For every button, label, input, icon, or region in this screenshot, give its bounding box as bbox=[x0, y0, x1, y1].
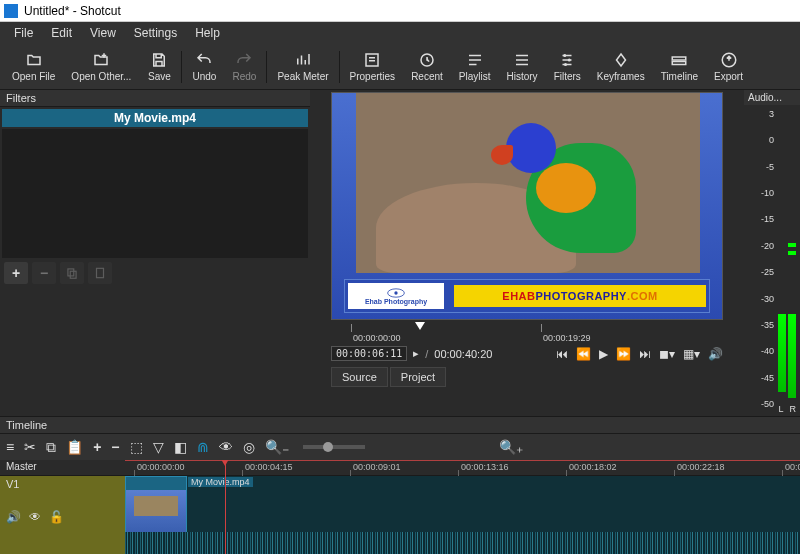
tl-overwrite-icon[interactable]: ⬚ bbox=[130, 439, 143, 455]
track-name: V1 bbox=[6, 478, 19, 490]
timeline-ruler-label: 00:00:22:18 bbox=[677, 462, 725, 472]
remove-filter-button[interactable]: − bbox=[32, 262, 56, 284]
svg-point-12 bbox=[394, 291, 397, 294]
playlist-button[interactable]: Playlist bbox=[451, 45, 499, 89]
track-row-v1[interactable]: My Movie.mp4 bbox=[125, 476, 800, 554]
tl-copy-icon[interactable]: ⧉ bbox=[46, 439, 56, 456]
timeline-panel: Timeline ≡ ✂ ⧉ 📋 + − ⬚ ▽ ◧ ⋒ 👁 ◎ 🔍₋ 🔍₊ M… bbox=[0, 416, 800, 554]
recent-button[interactable]: Recent bbox=[403, 45, 451, 89]
audio-channel-r: R bbox=[790, 404, 797, 414]
audio-meter-l bbox=[778, 314, 786, 392]
main-toolbar: Open File Open Other... Save Undo Redo P… bbox=[0, 44, 800, 90]
filters-selected-clip[interactable]: My Movie.mp4 bbox=[2, 109, 308, 127]
tl-remove-icon[interactable]: − bbox=[111, 439, 119, 455]
tl-menu-icon[interactable]: ≡ bbox=[6, 439, 14, 455]
tl-ripple-icon[interactable]: ◎ bbox=[243, 439, 255, 455]
grid-icon[interactable]: ▦▾ bbox=[683, 347, 700, 361]
tl-zoom-out-icon[interactable]: 🔍₋ bbox=[265, 439, 289, 455]
tl-zoom-in-icon[interactable]: 🔍₊ bbox=[499, 439, 523, 455]
transport-bar: 00:00:06:11 ▸ / 00:00:40:20 ⏮ ⏪ ▶ ⏩ ⏭ ◼▾… bbox=[331, 346, 723, 361]
filters-list[interactable] bbox=[2, 129, 308, 258]
timeline-tracks[interactable]: 00:00:00:0000:00:04:1500:00:09:0100:00:1… bbox=[125, 460, 800, 554]
track-head-v1[interactable]: V1 🔊 👁 🔓 bbox=[0, 476, 125, 554]
audio-header: Audio... bbox=[744, 90, 800, 105]
clip-my-movie[interactable]: My Movie.mp4 bbox=[125, 476, 187, 532]
tl-cut-icon[interactable]: ✂ bbox=[24, 439, 36, 455]
timeline-header: Timeline bbox=[0, 416, 800, 434]
forward-icon[interactable]: ⏩ bbox=[616, 347, 631, 361]
tab-source[interactable]: Source bbox=[331, 367, 388, 387]
audio-level-label: 0 bbox=[769, 135, 774, 145]
preview-ruler[interactable]: 00:00:00:00 00:00:19:29 bbox=[331, 324, 723, 344]
audio-level-label: -35 bbox=[761, 320, 774, 330]
timeline-ruler-label: 00:00:18:02 bbox=[569, 462, 617, 472]
copy-filter-button[interactable] bbox=[60, 262, 84, 284]
track-hide-icon[interactable]: 👁 bbox=[29, 510, 41, 524]
tl-snap-icon[interactable]: ⋒ bbox=[197, 439, 209, 455]
undo-button[interactable]: Undo bbox=[184, 45, 224, 89]
audio-level-label: -10 bbox=[761, 188, 774, 198]
save-button[interactable]: Save bbox=[139, 45, 179, 89]
tab-project[interactable]: Project bbox=[390, 367, 446, 387]
preview-canvas[interactable]: Ehab Photography EHABPHOTOGRAPHY.COM bbox=[331, 92, 723, 320]
clip-name: My Movie.mp4 bbox=[188, 477, 253, 487]
svg-rect-5 bbox=[673, 57, 687, 60]
redo-button[interactable]: Redo bbox=[224, 45, 264, 89]
preview-panel: Ehab Photography EHABPHOTOGRAPHY.COM 00:… bbox=[310, 90, 744, 416]
zoom-mode-icon[interactable]: ◼▾ bbox=[659, 347, 675, 361]
audio-channel-l: L bbox=[778, 404, 783, 414]
current-timecode[interactable]: 00:00:06:11 bbox=[331, 346, 407, 361]
play-icon[interactable]: ▶ bbox=[599, 347, 608, 361]
paste-filter-button[interactable] bbox=[88, 262, 112, 284]
tl-split-icon[interactable]: ▽ bbox=[153, 439, 164, 455]
titlebar: Untitled* - Shotcut bbox=[0, 0, 800, 22]
svg-rect-10 bbox=[97, 268, 104, 277]
keyframes-button[interactable]: Keyframes bbox=[589, 45, 653, 89]
filters-panel: Filters My Movie.mp4 + − bbox=[0, 90, 310, 416]
tl-paste-icon[interactable]: 📋 bbox=[66, 439, 83, 455]
track-mute-icon[interactable]: 🔊 bbox=[6, 510, 21, 524]
volume-icon[interactable]: 🔊 bbox=[708, 347, 723, 361]
add-filter-button[interactable]: + bbox=[4, 262, 28, 284]
timeline-button[interactable]: Timeline bbox=[653, 45, 706, 89]
audio-level-label: -25 bbox=[761, 267, 774, 277]
filters-button[interactable]: Filters bbox=[546, 45, 589, 89]
preview-playhead[interactable] bbox=[415, 322, 425, 330]
menu-view[interactable]: View bbox=[82, 24, 124, 42]
timecode-stepper-icon[interactable]: ▸ bbox=[413, 347, 419, 360]
tl-append-icon[interactable]: + bbox=[93, 439, 101, 455]
track-lock-icon[interactable]: 🔓 bbox=[49, 510, 64, 524]
menu-file[interactable]: File bbox=[6, 24, 41, 42]
properties-button[interactable]: Properties bbox=[342, 45, 404, 89]
timeline-master[interactable]: Master bbox=[0, 460, 125, 476]
audio-peak-l bbox=[788, 243, 796, 247]
open-other-button[interactable]: Open Other... bbox=[63, 45, 139, 89]
ruler-mid-label: 00:00:19:29 bbox=[543, 333, 591, 343]
menu-edit[interactable]: Edit bbox=[43, 24, 80, 42]
tl-insert-icon[interactable]: ◧ bbox=[174, 439, 187, 455]
menu-settings[interactable]: Settings bbox=[126, 24, 185, 42]
timeline-ruler-label: 00:00:09:01 bbox=[353, 462, 401, 472]
skip-end-icon[interactable]: ⏭ bbox=[639, 347, 651, 361]
export-button[interactable]: Export bbox=[706, 45, 751, 89]
filters-header: Filters bbox=[0, 90, 310, 107]
timeline-ruler-label: 00:00:27: bbox=[785, 462, 800, 472]
skip-start-icon[interactable]: ⏮ bbox=[556, 347, 568, 361]
timeline-playhead[interactable] bbox=[225, 460, 226, 554]
open-file-button[interactable]: Open File bbox=[4, 45, 63, 89]
menu-help[interactable]: Help bbox=[187, 24, 228, 42]
clip-waveform bbox=[125, 532, 800, 554]
timeline-ruler-label: 00:00:13:16 bbox=[461, 462, 509, 472]
peak-meter-button[interactable]: Peak Meter bbox=[269, 45, 336, 89]
tl-zoom-slider[interactable] bbox=[303, 445, 365, 449]
overlay-url: EHABPHOTOGRAPHY.COM bbox=[454, 285, 706, 307]
svg-point-4 bbox=[564, 63, 567, 66]
rewind-icon[interactable]: ⏪ bbox=[576, 347, 591, 361]
audio-level-label: 3 bbox=[769, 109, 774, 119]
timeline-ruler-label: 00:00:04:15 bbox=[245, 462, 293, 472]
timeline-toolbar: ≡ ✂ ⧉ 📋 + − ⬚ ▽ ◧ ⋒ 👁 ◎ 🔍₋ 🔍₊ bbox=[0, 434, 800, 460]
audio-level-label: -45 bbox=[761, 373, 774, 383]
tl-scrub-icon[interactable]: 👁 bbox=[219, 439, 233, 455]
audio-level-label: -30 bbox=[761, 294, 774, 304]
history-button[interactable]: History bbox=[499, 45, 546, 89]
